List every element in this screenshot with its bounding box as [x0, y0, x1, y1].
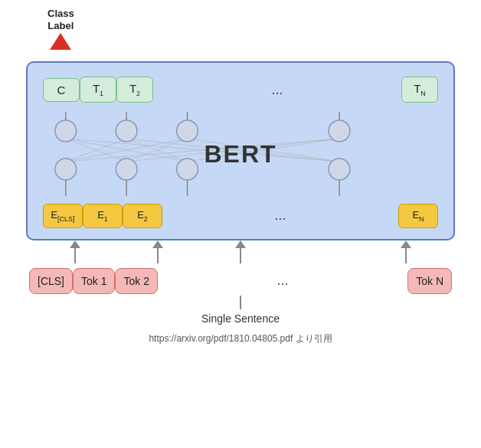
input-token-tok1: Tok 1	[73, 268, 115, 294]
svg-point-14	[177, 120, 198, 142]
arrow-line-cls	[74, 248, 76, 263]
embed-token-ECLS: E[CLS]	[43, 204, 83, 228]
connector-row	[26, 240, 455, 268]
svg-point-19	[329, 159, 350, 180]
svg-point-15	[329, 120, 350, 142]
bottom-connector: Single Sentence	[26, 296, 455, 325]
bert-diagram: ClassLabel C T1 T2 ... TN	[26, 15, 455, 325]
arrow-tok1	[116, 240, 199, 263]
embed-token-E1: E1	[83, 204, 123, 228]
embed-dots: ...	[162, 208, 398, 224]
svg-point-18	[177, 159, 198, 180]
embed-row: E[CLS] E1 E2 ... EN	[43, 204, 438, 228]
input-token-cls: [CLS]	[29, 268, 73, 294]
arrow-head-cls	[70, 240, 80, 248]
class-label-annotation: ClassLabel	[47, 8, 74, 50]
input-dots: ...	[158, 273, 407, 289]
bert-box: C T1 T2 ... TN	[26, 61, 455, 240]
arrow-line-tokN	[405, 248, 407, 263]
bert-label: BERT	[204, 140, 276, 168]
bert-middle: BERT	[43, 112, 438, 196]
class-label-text: ClassLabel	[47, 8, 74, 31]
svg-point-12	[55, 120, 77, 142]
output-token-T1: T1	[80, 77, 116, 103]
arrow-head-tok2	[235, 240, 246, 248]
arrow-tok2	[199, 240, 282, 263]
citation: https://arxiv.org/pdf/1810.04805.pdf より引…	[149, 332, 332, 345]
arrow-tokN	[365, 240, 447, 263]
embed-token-E2: E2	[123, 204, 162, 228]
svg-point-16	[55, 159, 77, 180]
output-token-TN: TN	[401, 77, 438, 103]
output-token-T2: T2	[116, 77, 153, 103]
class-label-arrow	[50, 33, 71, 50]
output-dots: ...	[153, 82, 401, 98]
input-token-tokN: Tok N	[407, 268, 452, 294]
arrow-cls	[34, 240, 116, 263]
output-token-C: C	[43, 78, 80, 102]
input-token-tok2: Tok 2	[115, 268, 157, 294]
arrow-head-tok1	[152, 240, 163, 248]
bottom-line	[240, 296, 241, 309]
arrow-line-tok2	[240, 248, 241, 263]
input-row: [CLS] Tok 1 Tok 2 ... Tok N	[26, 268, 455, 294]
single-sentence-label: Single Sentence	[201, 312, 280, 325]
output-row: C T1 T2 ... TN	[43, 77, 438, 103]
embed-token-EN: EN	[398, 204, 438, 228]
arrow-head-tokN	[401, 240, 411, 248]
arrow-line-tok1	[157, 248, 159, 263]
svg-point-17	[116, 159, 137, 180]
svg-point-13	[116, 120, 137, 142]
